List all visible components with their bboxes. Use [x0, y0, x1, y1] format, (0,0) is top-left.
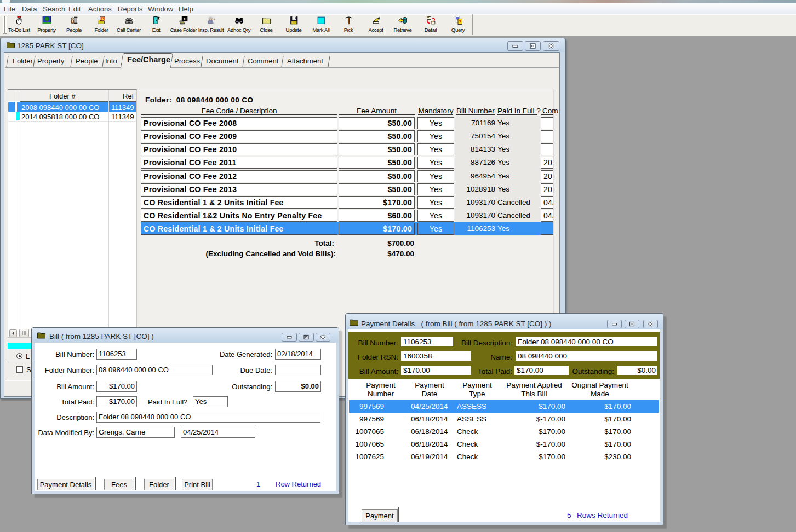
- svg-text:C: C: [184, 17, 186, 21]
- svg-text:P: P: [101, 17, 104, 21]
- svg-text:?: ?: [459, 19, 461, 24]
